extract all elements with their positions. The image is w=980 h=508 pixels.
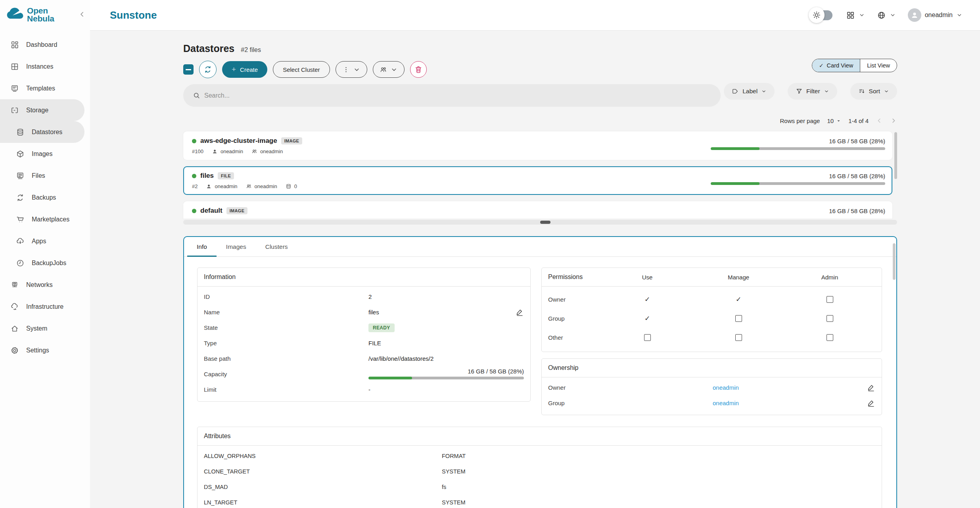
group-manage-checkbox[interactable] — [735, 315, 742, 322]
card-view-button[interactable]: ✓Card View — [812, 59, 860, 72]
group-admin-checkbox[interactable] — [827, 315, 833, 322]
col-manage: Manage — [693, 274, 784, 281]
datastore-card-default[interactable]: default IMAGE 16 GB / 58 GB (28%) — [183, 201, 892, 219]
funnel-icon — [796, 88, 803, 95]
sidebar-item-label: Images — [32, 150, 52, 158]
other-use-checkbox[interactable] — [644, 334, 651, 341]
next-page-button[interactable] — [890, 117, 897, 124]
select-cluster-label: Select Cluster — [283, 66, 320, 73]
create-button[interactable]: +Create — [222, 61, 267, 78]
sidebar-item-settings[interactable]: Settings — [0, 339, 84, 361]
tab-clusters[interactable]: Clusters — [256, 237, 297, 256]
user-menu-button[interactable]: oneadmin — [908, 8, 963, 22]
sidebar-item-label: Infrastructure — [26, 303, 63, 310]
capacity-text: 16 GB / 58 GB (28%) — [829, 173, 885, 179]
language-menu-button[interactable] — [877, 11, 896, 20]
apps-menu-button[interactable] — [846, 11, 865, 20]
filter-button[interactable]: Filter — [788, 83, 837, 100]
sidebar-item-label: Apps — [32, 238, 46, 245]
templates-icon — [10, 84, 19, 93]
group-link[interactable]: oneadmin — [713, 400, 739, 406]
datastore-card-files[interactable]: files FILE #2 oneadmin oneadmin 0 — [183, 166, 892, 195]
sidebar-item-templates[interactable]: Templates — [0, 77, 84, 99]
sidebar-item-dashboard[interactable]: Dashboard — [0, 34, 84, 56]
detail-scrollbar[interactable] — [893, 243, 896, 280]
sidebar-item-label: Instances — [26, 63, 53, 70]
sidebar-item-instances[interactable]: Instances — [0, 56, 84, 77]
filter-button-text: Filter — [806, 88, 820, 95]
sidebar-item-backupjobs[interactable]: BackupJobs — [0, 252, 84, 274]
sidebar-item-images[interactable]: Images — [0, 143, 84, 165]
group-icon — [246, 183, 252, 189]
information-section: Information ID 2 Name files — [197, 267, 531, 402]
refresh-button[interactable] — [199, 61, 217, 78]
chevron-down-icon — [956, 12, 963, 18]
images-icon — [16, 150, 25, 158]
sidebar-collapse-icon[interactable] — [78, 10, 86, 18]
edit-owner-icon[interactable] — [867, 383, 875, 392]
ownership-actions-button[interactable] — [373, 61, 405, 78]
chevron-down-icon — [824, 89, 829, 94]
horizontal-scrollbar[interactable] — [183, 220, 897, 225]
datastores-icon — [16, 128, 25, 137]
ownership-row-owner: Owner oneadmin — [548, 380, 875, 395]
theme-toggle[interactable] — [809, 7, 834, 23]
datastore-name: files — [200, 172, 214, 180]
col-use: Use — [602, 274, 693, 281]
sidebar-item-infrastructure[interactable]: Infrastructure — [0, 296, 84, 318]
info-row-state: State READY — [204, 320, 524, 335]
label-filter-button[interactable]: Label — [724, 83, 775, 100]
more-actions-button[interactable] — [336, 61, 367, 78]
pagination: Rows per page 10 1-4 of 4 — [183, 117, 897, 125]
sidebar-item-system[interactable]: System — [0, 318, 84, 339]
owner-admin-checkbox[interactable] — [827, 296, 833, 303]
tab-info[interactable]: Info — [187, 237, 217, 256]
sidebar-item-networks[interactable]: Networks — [0, 274, 84, 296]
sidebar-item-label: Networks — [26, 281, 53, 289]
kebab-icon — [342, 66, 350, 73]
owner-manage-checkbox[interactable]: ✓ — [736, 295, 741, 304]
tab-images[interactable]: Images — [217, 237, 256, 256]
edit-group-icon[interactable] — [867, 399, 875, 407]
info-row-base-path: Base path /var/lib/one//datastores/2 — [204, 351, 524, 366]
group-use-checkbox[interactable]: ✓ — [644, 314, 650, 323]
select-cluster-button[interactable]: Select Cluster — [273, 61, 330, 78]
type-badge: FILE — [218, 172, 234, 179]
datastore-card-list: aws-edge-cluster-image IMAGE #100 oneadm… — [183, 131, 897, 219]
owner-link[interactable]: oneadmin — [713, 384, 739, 391]
rows-per-page-select[interactable]: 10 — [827, 117, 841, 124]
refresh-icon — [203, 65, 212, 74]
attribute-row: CLONE_TARGET SYSTEM — [204, 464, 875, 479]
previous-page-button[interactable] — [876, 117, 883, 124]
sidebar-item-datastores[interactable]: Datastores — [0, 121, 84, 143]
horizontal-scrollbar-thumb[interactable] — [540, 221, 550, 224]
select-all-checkbox[interactable] — [183, 64, 194, 75]
attributes-title: Attributes — [198, 427, 882, 446]
instances-icon — [10, 62, 19, 71]
group-icon — [251, 148, 257, 154]
delete-button[interactable] — [410, 61, 427, 78]
sidebar-item-label: Datastores — [32, 129, 62, 136]
search-input[interactable] — [204, 92, 711, 99]
sidebar-item-backups[interactable]: Backups — [0, 187, 84, 208]
sidebar-item-apps[interactable]: Apps — [0, 230, 84, 252]
sidebar-item-storage[interactable]: Storage — [0, 99, 84, 121]
owner-use-checkbox[interactable]: ✓ — [644, 295, 650, 304]
other-admin-checkbox[interactable] — [827, 334, 833, 341]
info-row-limit: Limit - — [204, 382, 524, 397]
card-list-scrollbar[interactable] — [894, 132, 897, 179]
edit-name-icon[interactable] — [516, 308, 524, 316]
permissions-header: Permissions Use Manage Admin — [542, 268, 882, 287]
sort-button[interactable]: Sort — [850, 83, 897, 100]
content-left: Datastores #2 files +Create Select Clust… — [183, 43, 721, 107]
sidebar-item-label: Files — [32, 172, 45, 179]
datastore-card-aws-edge-cluster-image[interactable]: aws-edge-cluster-image IMAGE #100 oneadm… — [183, 131, 892, 160]
list-view-button[interactable]: List View — [860, 59, 897, 72]
globe-icon — [877, 11, 886, 20]
sidebar-item-marketplaces[interactable]: Marketplaces — [0, 208, 84, 230]
images-count: 0 — [294, 183, 297, 189]
other-manage-checkbox[interactable] — [735, 334, 742, 341]
pagination-range: 1-4 of 4 — [848, 117, 869, 124]
sidebar-item-files[interactable]: Files — [0, 165, 84, 187]
sidebar-item-label: Dashboard — [26, 41, 57, 48]
